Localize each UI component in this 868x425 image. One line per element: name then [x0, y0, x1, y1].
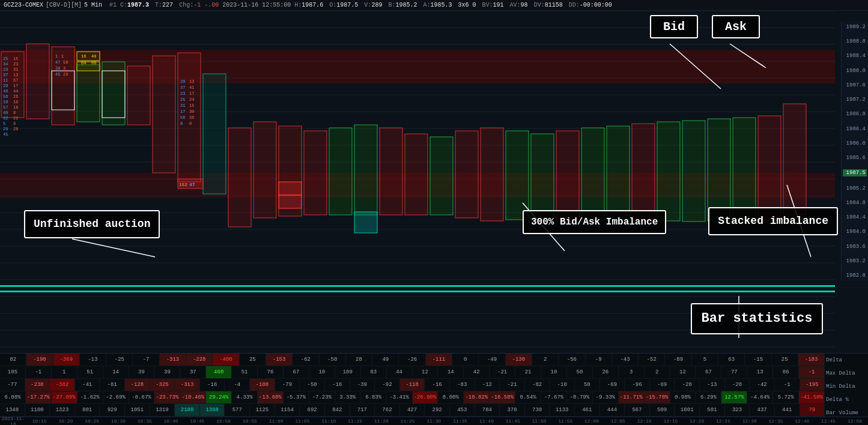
stats-row-1: 105-115114393937460517667101098344121442… — [0, 366, 825, 379]
stats-cell-4-31: 441 — [775, 404, 800, 416]
stats-cell-4-19: 784 — [475, 404, 500, 416]
svg-rect-44 — [430, 137, 453, 215]
stats-cell-4-14: 717 — [350, 404, 375, 416]
svg-rect-37 — [253, 122, 276, 218]
svg-text:44: 44 — [13, 89, 18, 94]
stats-cell-4-17: 292 — [425, 404, 450, 416]
svg-text:17: 17 — [189, 91, 194, 96]
V-val: 289 — [371, 2, 382, 8]
time-label-12: 11:10 — [315, 418, 342, 424]
stats-cell-2-30: -42 — [750, 379, 775, 391]
chg-val: -1 — [193, 2, 201, 8]
svg-rect-30 — [77, 65, 100, 122]
stats-cell-3-4: -2.69% — [103, 391, 129, 403]
stats-cell-0-12: -50 — [320, 354, 346, 366]
svg-rect-32 — [127, 66, 150, 125]
stats-cell-3-3: -1.62% — [77, 391, 103, 403]
stats-cell-3-9: 4.33% — [232, 391, 258, 403]
price-1988: 1988.0 — [843, 68, 867, 74]
svg-rect-50 — [581, 128, 604, 220]
time-label-6: 10:40 — [158, 418, 184, 424]
stats-cell-0-22: -9 — [586, 354, 612, 366]
svg-rect-39 — [304, 131, 327, 215]
stats-cell-2-24: -69 — [600, 379, 625, 391]
time-label-29: 12:35 — [763, 418, 789, 424]
svg-text:8: 8 — [13, 110, 16, 115]
stats-cell-2-31: -1 — [775, 379, 800, 391]
svg-rect-45 — [455, 131, 478, 218]
stats-cell-3-28: 12.57% — [721, 391, 747, 403]
stats-cell-4-12: 692 — [300, 404, 325, 416]
time-axis: 2023-11-1610:1510:2010:2510:3010:3510:40… — [0, 417, 868, 425]
price-1985-6: 1985.6 — [843, 155, 867, 161]
stats-cell-1-11: 67 — [284, 366, 309, 378]
stats-cell-0-16: -111 — [426, 354, 452, 366]
stats-cell-3-29: -4.64% — [747, 391, 773, 403]
stats-cell-4-27: 1001 — [675, 404, 700, 416]
stats-cell-0-14: 49 — [372, 354, 399, 366]
svg-text:40: 40 — [91, 54, 96, 59]
A-val: 1985.3 — [430, 2, 452, 8]
stats-cell-1-19: -21 — [490, 366, 515, 378]
stats-cell-3-8: 29.24% — [206, 391, 232, 403]
svg-rect-43 — [405, 134, 428, 215]
time-label-4: 10:30 — [105, 418, 132, 424]
stats-cell-4-11: 1154 — [275, 404, 300, 416]
stats-cell-1-23: 26 — [593, 366, 619, 378]
bid-ask-imbalance-label: 300% Bid/Ask Imbalance — [523, 210, 666, 234]
stats-cell-2-3: -41 — [75, 379, 100, 391]
svg-rect-49 — [556, 131, 579, 220]
stats-cell-1-24: 3 — [619, 366, 645, 378]
svg-text:37: 37 — [3, 73, 8, 77]
stats-cell-1-25: 2 — [645, 366, 670, 378]
svg-text:34: 34 — [3, 62, 8, 67]
svg-rect-28 — [26, 44, 49, 119]
BV-val: 191 — [493, 2, 504, 8]
stats-cell-3-27: 6.29% — [696, 391, 721, 403]
date-val: 2023-11-16 12:55:00 — [222, 2, 291, 8]
stats-cell-0-25: -89 — [665, 354, 691, 366]
svg-rect-92 — [354, 212, 377, 233]
time-label-18: 11:40 — [473, 418, 500, 424]
stats-cell-1-21: 10 — [541, 366, 567, 378]
stats-area: Delta Max Delta Min Delta Delta % Bar Vo… — [0, 353, 868, 425]
time-label-9: 10:55 — [237, 418, 263, 424]
svg-text:36: 36 — [189, 115, 194, 120]
svg-text:38: 38 — [55, 66, 60, 71]
stats-cell-1-15: 44 — [387, 366, 413, 378]
stats-cell-4-20: 370 — [500, 404, 525, 416]
stats-cell-3-14: 6.83% — [361, 391, 387, 403]
price-1987-6: 1987.6 — [843, 82, 867, 88]
chg-pct: -.00 — [204, 2, 219, 8]
stats-cell-0-5: -7 — [133, 354, 159, 366]
svg-rect-55 — [708, 119, 730, 221]
stats-cell-0-0: 82 — [0, 354, 26, 366]
price-1986-8: 1986.8 — [843, 111, 867, 117]
stats-cell-0-17: 0 — [452, 354, 479, 366]
stats-cell-4-0: 1348 — [0, 404, 25, 416]
stats-cell-0-21: -56 — [559, 354, 585, 366]
stats-cell-3-22: -0.79% — [567, 391, 593, 403]
time-label-24: 12:10 — [631, 418, 658, 424]
time-label-0: 2023-11-16 — [0, 416, 26, 426]
stats-cell-3-11: -5.37% — [284, 391, 309, 403]
svg-rect-52 — [632, 124, 655, 221]
svg-text:16: 16 — [81, 54, 86, 59]
stats-row-0: 82-190-369-13-25-7-313-228-40025-153-62-… — [0, 354, 825, 366]
stats-cell-0-28: -15 — [745, 354, 771, 366]
svg-text:29: 29 — [63, 72, 68, 77]
stats-cell-0-24: -52 — [639, 354, 665, 366]
stats-cell-2-1: -238 — [25, 379, 50, 391]
chart-header: GCZ23-COMEX [CBV-D][M] 5 Min #1 C: 1987.… — [0, 0, 868, 11]
stats-cell-2-11: -79 — [275, 379, 300, 391]
price-1983-6: 1983.6 — [843, 244, 867, 250]
stats-cell-1-2: 1 — [52, 366, 77, 378]
price-1986: 1986.0 — [843, 140, 867, 146]
stats-cell-4-29: 323 — [725, 404, 750, 416]
time-label-23: 12:05 — [605, 418, 631, 424]
stats-row-4: 1348110013238019291051131921801368577112… — [0, 404, 825, 417]
svg-text:18: 18 — [13, 105, 18, 110]
stats-cell-2-4: -81 — [100, 379, 125, 391]
time-label-17: 11:35 — [447, 418, 473, 424]
stats-row-2: -77-238-382-41-81-128-325-313-16-4-108-7… — [0, 379, 825, 391]
